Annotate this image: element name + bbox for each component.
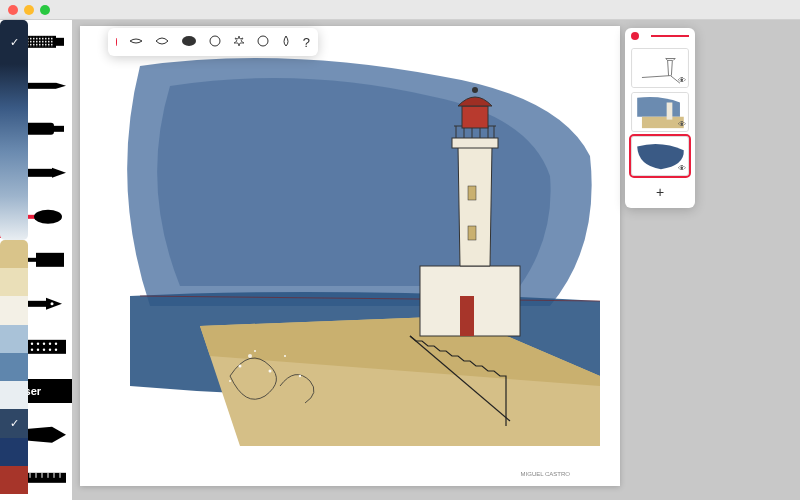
svg-point-24 [43,343,45,345]
svg-rect-14 [36,253,48,267]
svg-point-71 [258,36,268,46]
window-titlebar [0,0,800,20]
svg-point-32 [43,349,45,351]
svg-point-33 [49,349,51,351]
swatch[interactable] [0,152,28,196]
layers-panel: 👁 👁 👁 + [625,28,695,208]
tip-help[interactable]: ? [303,35,310,50]
tip-ring[interactable] [257,35,269,50]
svg-point-62 [248,354,252,358]
brush-tips-panel: ? [108,28,318,56]
svg-point-12 [34,209,62,223]
swatch[interactable] [0,381,28,409]
svg-rect-60 [462,106,488,128]
check-icon: ✓ [10,417,19,430]
svg-point-34 [55,349,57,351]
tip-starburst[interactable] [233,35,245,50]
svg-rect-50 [468,226,476,240]
svg-point-70 [210,36,220,46]
swatch[interactable] [0,296,28,324]
tip-circle[interactable] [209,35,221,50]
svg-point-67 [229,380,231,382]
tip-drop[interactable] [281,35,291,50]
color-palette: ✓ + – [0,240,28,500]
svg-point-23 [37,343,39,345]
check-icon: ✓ [10,36,19,49]
gradient-palette: ✓ [0,20,28,240]
close-window-button[interactable] [8,5,18,15]
svg-point-66 [284,355,286,357]
panel-close-dot[interactable] [631,32,639,40]
swatch[interactable] [0,196,28,240]
drawing-canvas[interactable]: MIGUEL CASTRO [80,26,620,486]
swatch[interactable]: ✓ [0,409,28,437]
swatch[interactable] [0,108,28,152]
swatch[interactable]: ✓ [0,20,28,64]
artwork-lighthouse: MIGUEL CASTRO [80,26,620,486]
swatch[interactable] [0,325,28,353]
svg-rect-49 [460,296,474,336]
swatch[interactable] [0,268,28,296]
artwork-signature: MIGUEL CASTRO [521,471,571,477]
svg-point-64 [254,350,256,352]
zoom-window-button[interactable] [40,5,50,15]
svg-rect-51 [468,186,476,200]
layer-color[interactable]: 👁 [631,92,689,132]
layer-watercolor[interactable]: 👁 [631,136,689,176]
swatch[interactable] [0,438,28,466]
svg-rect-75 [667,103,673,120]
layer-lines[interactable]: 👁 [631,48,689,88]
svg-point-17 [51,302,54,305]
svg-rect-52 [452,138,498,148]
svg-point-69 [182,36,196,46]
swatch[interactable] [0,64,28,108]
visibility-icon[interactable]: 👁 [678,76,686,85]
swatch[interactable] [0,240,28,268]
svg-point-61 [472,87,478,93]
svg-rect-15 [48,253,64,267]
svg-point-22 [31,343,33,345]
svg-point-63 [239,365,242,368]
swatch[interactable] [0,466,28,494]
svg-point-30 [31,349,33,351]
add-layer-button[interactable]: + [625,180,695,204]
layers-accent [651,35,689,37]
tip-teardrop[interactable] [155,35,169,50]
minimize-window-button[interactable] [24,5,34,15]
svg-point-26 [55,343,57,345]
svg-point-31 [37,349,39,351]
svg-point-25 [49,343,51,345]
tip-oval-filled[interactable] [181,35,197,50]
visibility-icon[interactable]: 👁 [678,120,686,129]
tip-teardrop-thin[interactable] [129,35,143,50]
swatch[interactable] [0,353,28,381]
svg-rect-8 [54,126,64,132]
visibility-icon[interactable]: 👁 [678,164,686,173]
panel-close-dot[interactable] [116,38,117,46]
svg-marker-6 [56,82,66,88]
svg-marker-10 [52,168,66,178]
svg-point-68 [299,375,301,377]
svg-point-65 [269,370,272,373]
